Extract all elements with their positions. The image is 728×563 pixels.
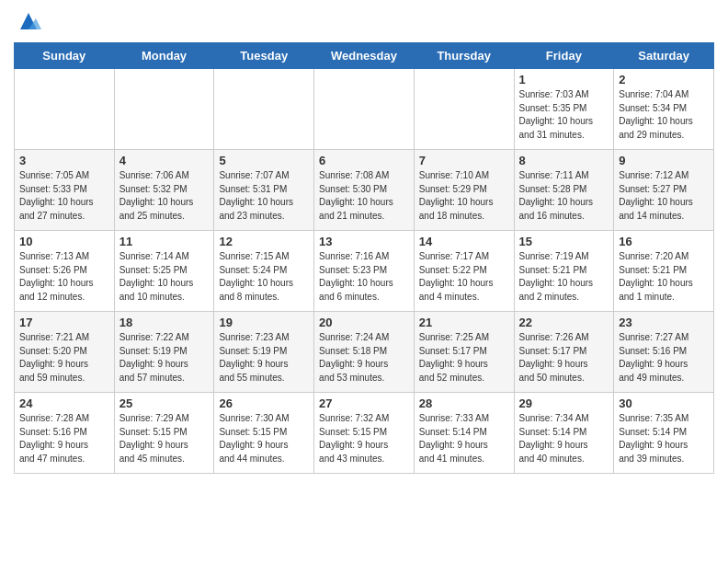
day-info: Sunrise: 7:35 AM Sunset: 5:14 PM Dayligh…: [619, 412, 709, 465]
day-info: Sunrise: 7:03 AM Sunset: 5:35 PM Dayligh…: [519, 88, 609, 142]
calendar-cell: 17Sunrise: 7:21 AM Sunset: 5:20 PM Dayli…: [15, 312, 115, 393]
day-header-monday: Monday: [114, 43, 214, 69]
day-number: 30: [619, 396, 709, 410]
calendar-cell: 3Sunrise: 7:05 AM Sunset: 5:33 PM Daylig…: [15, 150, 115, 231]
calendar-cell: 4Sunrise: 7:06 AM Sunset: 5:32 PM Daylig…: [114, 150, 214, 231]
day-number: 22: [519, 316, 609, 329]
day-info: Sunrise: 7:17 AM Sunset: 5:22 PM Dayligh…: [419, 250, 509, 304]
calendar-cell: 11Sunrise: 7:14 AM Sunset: 5:25 PM Dayli…: [114, 231, 214, 312]
day-number: 6: [319, 154, 409, 167]
calendar-cell: 16Sunrise: 7:20 AM Sunset: 5:21 PM Dayli…: [614, 231, 714, 312]
day-number: 1: [519, 73, 609, 86]
calendar-cell: 12Sunrise: 7:15 AM Sunset: 5:24 PM Dayli…: [214, 231, 314, 312]
day-number: 11: [119, 235, 210, 248]
calendar-cell: 9Sunrise: 7:12 AM Sunset: 5:27 PM Daylig…: [614, 150, 714, 231]
day-number: 12: [219, 235, 309, 248]
calendar-cell: 23Sunrise: 7:27 AM Sunset: 5:16 PM Dayli…: [614, 312, 714, 393]
day-info: Sunrise: 7:33 AM Sunset: 5:14 PM Dayligh…: [419, 412, 509, 465]
logo-icon: [16, 9, 41, 35]
calendar-cell: 21Sunrise: 7:25 AM Sunset: 5:17 PM Dayli…: [414, 312, 514, 393]
week-row-1: 1Sunrise: 7:03 AM Sunset: 5:35 PM Daylig…: [15, 69, 714, 150]
day-info: Sunrise: 7:24 AM Sunset: 5:18 PM Dayligh…: [319, 331, 409, 385]
day-number: 28: [419, 396, 509, 410]
day-info: Sunrise: 7:04 AM Sunset: 5:34 PM Dayligh…: [619, 88, 709, 142]
day-info: Sunrise: 7:10 AM Sunset: 5:29 PM Dayligh…: [419, 169, 509, 223]
day-number: 18: [119, 316, 210, 329]
day-number: 21: [419, 316, 509, 329]
day-number: 26: [219, 396, 309, 410]
calendar-cell: 6Sunrise: 7:08 AM Sunset: 5:30 PM Daylig…: [314, 150, 415, 231]
day-number: 16: [619, 235, 709, 248]
day-info: Sunrise: 7:27 AM Sunset: 5:16 PM Dayligh…: [619, 331, 709, 385]
calendar-cell: 26Sunrise: 7:30 AM Sunset: 5:15 PM Dayli…: [214, 393, 314, 474]
calendar-cell: [314, 69, 415, 150]
day-number: 19: [219, 316, 309, 329]
day-number: 2: [619, 73, 709, 86]
day-header-saturday: Saturday: [614, 43, 714, 69]
day-info: Sunrise: 7:15 AM Sunset: 5:24 PM Dayligh…: [219, 250, 309, 304]
day-number: 3: [19, 154, 109, 167]
calendar-cell: 27Sunrise: 7:32 AM Sunset: 5:15 PM Dayli…: [314, 393, 415, 474]
day-info: Sunrise: 7:26 AM Sunset: 5:17 PM Dayligh…: [519, 331, 609, 385]
calendar-cell: 28Sunrise: 7:33 AM Sunset: 5:14 PM Dayli…: [414, 393, 514, 474]
day-number: 13: [319, 235, 409, 248]
calendar-cell: 10Sunrise: 7:13 AM Sunset: 5:26 PM Dayli…: [15, 231, 115, 312]
day-info: Sunrise: 7:22 AM Sunset: 5:19 PM Dayligh…: [119, 331, 210, 385]
day-info: Sunrise: 7:16 AM Sunset: 5:23 PM Dayligh…: [319, 250, 409, 304]
calendar-cell: 1Sunrise: 7:03 AM Sunset: 5:35 PM Daylig…: [514, 69, 614, 150]
day-number: 17: [19, 316, 109, 329]
day-info: Sunrise: 7:13 AM Sunset: 5:26 PM Dayligh…: [19, 250, 109, 304]
day-number: 4: [119, 154, 210, 167]
day-number: 27: [319, 396, 409, 410]
calendar-table: SundayMondayTuesdayWednesdayThursdayFrid…: [14, 42, 714, 474]
day-header-sunday: Sunday: [15, 43, 115, 69]
day-number: 10: [19, 235, 109, 248]
page-wrapper: SundayMondayTuesdayWednesdayThursdayFrid…: [0, 0, 728, 488]
calendar-cell: 15Sunrise: 7:19 AM Sunset: 5:21 PM Dayli…: [514, 231, 614, 312]
day-header-friday: Friday: [514, 43, 614, 69]
day-info: Sunrise: 7:21 AM Sunset: 5:20 PM Dayligh…: [19, 331, 109, 385]
calendar-cell: 24Sunrise: 7:28 AM Sunset: 5:16 PM Dayli…: [15, 393, 115, 474]
day-number: 24: [19, 396, 109, 410]
calendar-cell: [114, 69, 214, 150]
calendar-cell: [414, 69, 514, 150]
day-info: Sunrise: 7:19 AM Sunset: 5:21 PM Dayligh…: [519, 250, 609, 304]
day-header-wednesday: Wednesday: [314, 43, 415, 69]
day-number: 20: [319, 316, 409, 329]
calendar-cell: 22Sunrise: 7:26 AM Sunset: 5:17 PM Dayli…: [514, 312, 614, 393]
day-info: Sunrise: 7:14 AM Sunset: 5:25 PM Dayligh…: [119, 250, 210, 304]
day-info: Sunrise: 7:08 AM Sunset: 5:30 PM Dayligh…: [319, 169, 409, 223]
days-header-row: SundayMondayTuesdayWednesdayThursdayFrid…: [15, 43, 714, 69]
week-row-2: 3Sunrise: 7:05 AM Sunset: 5:33 PM Daylig…: [15, 150, 714, 231]
week-row-5: 24Sunrise: 7:28 AM Sunset: 5:16 PM Dayli…: [15, 393, 714, 474]
calendar-cell: 2Sunrise: 7:04 AM Sunset: 5:34 PM Daylig…: [614, 69, 714, 150]
day-number: 9: [619, 154, 709, 167]
day-info: Sunrise: 7:05 AM Sunset: 5:33 PM Dayligh…: [19, 169, 109, 223]
day-info: Sunrise: 7:06 AM Sunset: 5:32 PM Dayligh…: [119, 169, 210, 223]
logo: [14, 9, 41, 35]
day-info: Sunrise: 7:34 AM Sunset: 5:14 PM Dayligh…: [519, 412, 609, 465]
calendar-cell: 5Sunrise: 7:07 AM Sunset: 5:31 PM Daylig…: [214, 150, 314, 231]
day-number: 15: [519, 235, 609, 248]
day-info: Sunrise: 7:11 AM Sunset: 5:28 PM Dayligh…: [519, 169, 609, 223]
day-number: 5: [219, 154, 309, 167]
calendar-cell: 19Sunrise: 7:23 AM Sunset: 5:19 PM Dayli…: [214, 312, 314, 393]
week-row-3: 10Sunrise: 7:13 AM Sunset: 5:26 PM Dayli…: [15, 231, 714, 312]
day-number: 8: [519, 154, 609, 167]
day-info: Sunrise: 7:28 AM Sunset: 5:16 PM Dayligh…: [19, 412, 109, 465]
day-info: Sunrise: 7:12 AM Sunset: 5:27 PM Dayligh…: [619, 169, 709, 223]
day-number: 25: [119, 396, 210, 410]
day-number: 29: [519, 396, 609, 410]
day-info: Sunrise: 7:25 AM Sunset: 5:17 PM Dayligh…: [419, 331, 509, 385]
day-info: Sunrise: 7:23 AM Sunset: 5:19 PM Dayligh…: [219, 331, 309, 385]
day-header-thursday: Thursday: [414, 43, 514, 69]
calendar-cell: 29Sunrise: 7:34 AM Sunset: 5:14 PM Dayli…: [514, 393, 614, 474]
day-number: 14: [419, 235, 509, 248]
day-info: Sunrise: 7:07 AM Sunset: 5:31 PM Dayligh…: [219, 169, 309, 223]
calendar-cell: 7Sunrise: 7:10 AM Sunset: 5:29 PM Daylig…: [414, 150, 514, 231]
day-info: Sunrise: 7:29 AM Sunset: 5:15 PM Dayligh…: [119, 412, 210, 465]
day-info: Sunrise: 7:30 AM Sunset: 5:15 PM Dayligh…: [219, 412, 309, 465]
day-header-tuesday: Tuesday: [214, 43, 314, 69]
calendar-cell: 30Sunrise: 7:35 AM Sunset: 5:14 PM Dayli…: [614, 393, 714, 474]
calendar-cell: 8Sunrise: 7:11 AM Sunset: 5:28 PM Daylig…: [514, 150, 614, 231]
